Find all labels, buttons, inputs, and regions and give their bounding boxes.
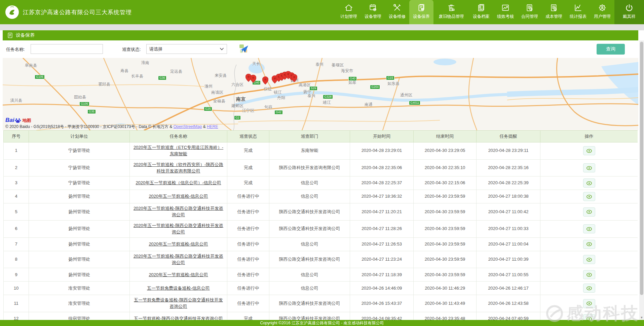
- eye-icon: [586, 242, 592, 247]
- nav-item[interactable]: 绩效考核: [493, 0, 518, 24]
- cell-end-time: 2020-04-30 11:43:49: [414, 295, 477, 312]
- cell-end-time: 2020-04-30 23:59:59: [414, 237, 477, 251]
- task-link[interactable]: 五一节前免费设备巡检-信息公司: [147, 286, 210, 291]
- nav-item[interactable]: 统计报表: [566, 0, 590, 24]
- cell-task: 五一节前免费设备巡检-陕西公路交通科技开发咨询公司: [130, 295, 227, 312]
- task-link[interactable]: 五一节前免费设备巡检-陕西公路交通科技开发咨询公司: [134, 297, 223, 309]
- nav-item-label: 统计报表: [570, 14, 586, 20]
- cell-start-time: 2020-04-27 11:28:26: [350, 221, 414, 238]
- cell-end-time: 2020-04-30 23:59:59: [414, 221, 477, 238]
- view-detail-button[interactable]: [583, 163, 595, 172]
- baidu-logo[interactable]: Bai 地图: [5, 117, 31, 124]
- cell-end-time: 2020-04-30 23:29:05: [414, 142, 477, 160]
- view-detail-button[interactable]: [583, 299, 595, 308]
- nav-item[interactable]: 戴其祥: [614, 0, 644, 24]
- cell-task: 2020年五一节前巡检（信息公司）-信息公司: [130, 176, 227, 190]
- task-link[interactable]: 2020年五一节前巡检-信息公司: [149, 272, 208, 277]
- cell-seq: 9: [4, 268, 29, 282]
- nav-item[interactable]: ★ 合同管理: [518, 0, 542, 24]
- here-link[interactable]: HERE: [207, 124, 218, 129]
- scrollbar-thumb[interactable]: [640, 42, 643, 295]
- cell-start-time: 2020-04-24 08:35:42: [350, 312, 414, 320]
- task-link[interactable]: 2020年五一节前巡检（信息公司）-信息公司: [136, 180, 221, 185]
- view-detail-button[interactable]: [583, 284, 595, 293]
- cell-actions: [540, 203, 638, 221]
- task-link[interactable]: 2020年五一节前巡检-陕西公路交通科技开发咨询公司: [134, 254, 223, 265]
- map-marker-pin[interactable]: [250, 75, 256, 83]
- page-title: 设备保养: [16, 32, 35, 38]
- nav-item[interactable]: ¥ 成本管理: [542, 0, 566, 24]
- scrollbar-down-arrow[interactable]: ▼: [639, 316, 644, 319]
- map-city-label: 仪征: [264, 86, 272, 92]
- task-name-label: 任务名称:: [6, 46, 25, 53]
- cell-seq: 5: [4, 203, 29, 221]
- cell-remind-time: 2020-04-27 11:00:55: [477, 268, 540, 282]
- view-detail-button[interactable]: [583, 178, 595, 188]
- nav-icon: ★: [525, 3, 534, 12]
- cell-remind-time: 2020-04-27 18:00:38: [477, 190, 540, 203]
- task-link[interactable]: 五一节前巡检-陕西公路交通科技开发咨询公司: [134, 316, 223, 320]
- nav-icon: ¥: [549, 3, 559, 12]
- view-detail-button[interactable]: [583, 270, 595, 279]
- cell-status: 任务进行中: [227, 251, 269, 268]
- nav-item[interactable]: 废旧物品管理: [433, 0, 469, 24]
- cell-start-time: 2020-04-26 14:46:09: [350, 282, 414, 295]
- cell-remind-time: 2020-04-27 11:00:42: [477, 203, 540, 221]
- cell-seq: 11: [4, 295, 29, 312]
- map-marker-pin[interactable]: [291, 74, 297, 82]
- view-detail-button[interactable]: [583, 314, 595, 320]
- task-name-input[interactable]: [31, 44, 103, 54]
- task-link[interactable]: 2020年五一节前巡检-陕西公路交通科技开发咨询公司: [134, 223, 223, 234]
- nav-item-label: 成本管理: [545, 14, 562, 20]
- cell-seq: 3: [4, 176, 29, 190]
- task-link[interactable]: 2020年五一节前巡检（软件西安所）-陕西公路科技开发咨询有限公司: [134, 162, 223, 173]
- col-end-time: 结束时间: [414, 131, 477, 142]
- osm-link[interactable]: OpenStreetMap: [174, 124, 202, 129]
- view-detail-button[interactable]: [583, 146, 595, 155]
- cell-actions: [540, 221, 638, 238]
- cell-remind-time: 2020-04-27 11:00:04: [477, 237, 540, 251]
- map-city-label: 句容: [264, 104, 272, 110]
- task-link[interactable]: 2020年五一节前巡检-信息公司: [149, 241, 208, 247]
- nav-item-label: 设备保养: [413, 14, 430, 20]
- task-link[interactable]: 2020年五一节前巡检-信息公司: [149, 194, 208, 199]
- home-icon: [344, 3, 353, 12]
- table-row: 4 扬州管理处 2020年五一节前巡检-信息公司 任务进行中 信息公司 2020…: [4, 190, 638, 203]
- nav-item[interactable]: 设备维修: [385, 0, 409, 24]
- app-title: 江苏京沪高速公路有限公司三大系统管理: [23, 8, 132, 16]
- nav-item[interactable]: 设备保养: [409, 0, 433, 24]
- cell-unit: 淮安管理处: [29, 295, 130, 312]
- view-detail-button[interactable]: [583, 207, 595, 217]
- cell-status: 任务进行中: [227, 221, 269, 238]
- task-link[interactable]: 2020年五一节前巡检-陕西公路交通科技开发咨询公司: [134, 206, 223, 217]
- baidu-map[interactable]: 阜南县 淮南 寿县 长丰县 定远县 霍邱县 固始县 潢川县 来安县 滁州 南谯区…: [3, 58, 638, 130]
- nav-item[interactable]: 计划管理: [337, 0, 361, 24]
- view-detail-button[interactable]: [583, 255, 595, 264]
- col-status: 巡查状态: [227, 131, 269, 142]
- nav-item[interactable]: 用户管理: [590, 0, 614, 24]
- export-map-button[interactable]: [238, 43, 250, 55]
- nav-item-label: 设备维修: [389, 14, 406, 20]
- table-row: 2 宁扬管理处 2020年五一节前巡检（软件西安所）-陕西公路科技开发咨询有限公…: [4, 159, 638, 176]
- map-marker-pin[interactable]: [262, 76, 268, 85]
- company-logo: [5, 5, 20, 20]
- cell-status: 任务进行中: [227, 295, 269, 312]
- search-button[interactable]: 查询: [597, 44, 625, 55]
- cell-start-time: 2020-04-27 11:18:39: [350, 268, 414, 282]
- status-select[interactable]: 请选择: [146, 44, 227, 54]
- view-detail-button[interactable]: [583, 192, 595, 201]
- map-city-label: 定远县: [170, 69, 182, 74]
- cell-unit: 扬州管理处: [29, 203, 130, 221]
- map-city-label: 长丰县: [131, 73, 143, 79]
- map-city-label: 霍邱县: [98, 82, 110, 87]
- task-link[interactable]: 2020年五一节前巡查（ETC专用道江苏海岭）-东南智能: [134, 145, 223, 156]
- cell-task: 五一节前巡检-陕西公路交通科技开发咨询公司: [130, 312, 227, 320]
- nav-item[interactable]: 设备档案: [469, 0, 493, 24]
- cell-task: 2020年五一节前巡检-陕西公路交通科技开发咨询公司: [130, 221, 227, 238]
- view-detail-button[interactable]: [583, 224, 595, 233]
- map-city-label: 来安县: [215, 73, 227, 78]
- cell-remind-time: 2020-04-28 22:35:16: [477, 159, 540, 176]
- nav-item[interactable]: 设备管理: [361, 0, 385, 24]
- col-unit: 计划单位: [29, 131, 130, 142]
- view-detail-button[interactable]: [583, 240, 595, 249]
